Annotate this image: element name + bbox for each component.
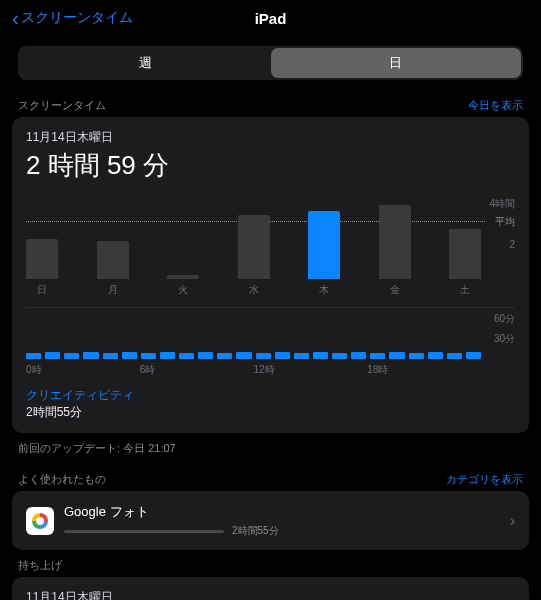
hour-bar — [351, 352, 366, 359]
back-label: スクリーンタイム — [21, 9, 133, 27]
hour-bar — [160, 352, 175, 359]
hour-bar — [236, 352, 251, 359]
hour-bar — [294, 353, 309, 359]
hour-bar — [447, 353, 462, 359]
app-usage-bar — [64, 530, 224, 533]
xlabel: 金 — [379, 283, 411, 297]
mini-y-60: 60分 — [494, 312, 515, 326]
chevron-left-icon: ‹ — [12, 8, 19, 28]
category-value: 2時間55分 — [26, 404, 515, 421]
hour-bar — [275, 352, 290, 359]
xlabel: 木 — [308, 283, 340, 297]
hour-bar — [428, 352, 443, 359]
hour-bar — [466, 352, 481, 359]
weekly-chart: 4時間 平均 2 日月火水木金土 — [26, 197, 515, 297]
hour-bar — [370, 353, 385, 359]
bar-火[interactable] — [167, 275, 199, 279]
app-row[interactable]: Google フォト 2時間55分 › — [26, 503, 515, 538]
category-row: クリエイティビティ 2時間55分 — [26, 387, 515, 421]
screentime-card: 11月14日木曜日 2 時間 59 分 4時間 平均 2 日月火水木金土 60分… — [12, 117, 529, 433]
hour-bar — [141, 353, 156, 359]
hour-bar — [409, 353, 424, 359]
bar-日[interactable] — [26, 239, 58, 279]
xlabel: 火 — [167, 283, 199, 297]
y-tick-mid: 2 — [509, 239, 515, 250]
hour-xlabel: 12時 — [254, 363, 368, 377]
xlabel: 土 — [449, 283, 481, 297]
hour-bar — [83, 352, 98, 359]
app-usage-time: 2時間55分 — [232, 524, 279, 538]
google-photos-icon — [26, 507, 54, 535]
hour-bar — [26, 353, 41, 359]
xlabel: 日 — [26, 283, 58, 297]
most-used-header: よく使われたもの — [18, 472, 106, 487]
avg-label: 平均 — [495, 215, 515, 229]
xlabel: 月 — [97, 283, 129, 297]
hour-bar — [179, 353, 194, 359]
show-today-link[interactable]: 今日を表示 — [468, 98, 523, 113]
hour-bar — [64, 353, 79, 359]
pickups-header: 持ち上げ — [18, 558, 62, 573]
pickups-card: 11月14日木曜日 861 回 — [12, 577, 529, 600]
bar-月[interactable] — [97, 241, 129, 279]
last-update: 前回のアップデート: 今日 21:07 — [0, 433, 541, 464]
seg-day[interactable]: 日 — [271, 48, 522, 78]
hour-bar — [313, 352, 328, 359]
hourly-chart: 60分 30分 0時6時12時18時 — [26, 307, 515, 377]
back-button[interactable]: ‹ スクリーンタイム — [12, 8, 133, 28]
screentime-total: 2 時間 59 分 — [26, 148, 515, 183]
bar-金[interactable] — [379, 205, 411, 279]
screentime-header: スクリーンタイム — [18, 98, 106, 113]
hour-bar — [103, 353, 118, 359]
mini-y-30: 30分 — [494, 332, 515, 346]
hour-bar — [217, 353, 232, 359]
hour-xlabel: 6時 — [140, 363, 254, 377]
hour-bar — [45, 352, 60, 359]
xlabel: 水 — [238, 283, 270, 297]
show-categories-link[interactable]: カテゴリを表示 — [446, 472, 523, 487]
bar-土[interactable] — [449, 229, 481, 279]
most-used-card[interactable]: Google フォト 2時間55分 › — [12, 491, 529, 550]
page-title: iPad — [255, 10, 287, 27]
hour-bar — [256, 353, 271, 359]
app-name: Google フォト — [64, 503, 500, 521]
hour-bar — [332, 353, 347, 359]
category-name: クリエイティビティ — [26, 387, 515, 404]
hour-bar — [198, 352, 213, 359]
pickups-date: 11月14日木曜日 — [26, 589, 515, 600]
y-tick-top: 4時間 — [489, 197, 515, 211]
seg-week[interactable]: 週 — [20, 48, 271, 78]
hour-xlabel: 18時 — [367, 363, 481, 377]
hour-xlabel: 0時 — [26, 363, 140, 377]
bar-水[interactable] — [238, 215, 270, 279]
screentime-date: 11月14日木曜日 — [26, 129, 515, 146]
bar-木[interactable] — [308, 211, 340, 279]
chevron-right-icon: › — [510, 512, 515, 530]
week-day-segmented[interactable]: 週 日 — [18, 46, 523, 80]
hour-bar — [122, 352, 137, 359]
hour-bar — [389, 352, 404, 359]
